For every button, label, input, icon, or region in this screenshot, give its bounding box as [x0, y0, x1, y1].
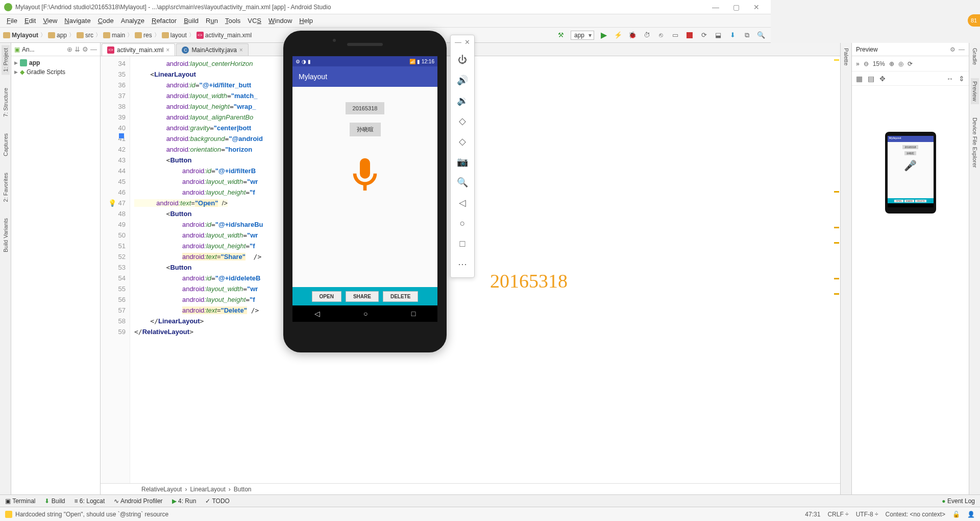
project-view-label[interactable]: An... — [22, 46, 35, 53]
emu-button-1[interactable]: 20165318 — [346, 102, 385, 114]
tab-xml[interactable]: <>activity_main.xml× — [102, 43, 175, 56]
hammer-icon[interactable]: ⚒ — [556, 31, 566, 40]
menu-help[interactable]: Help — [296, 17, 316, 25]
tab-build-variants[interactable]: Build Variants — [2, 215, 10, 255]
bulb-icon[interactable]: 💡 — [108, 199, 116, 207]
volume-down-icon[interactable]: 🔉 — [451, 90, 474, 111]
tab-structure[interactable]: 7: Structure — [2, 85, 10, 120]
menu-view[interactable]: View — [39, 17, 61, 25]
emu-close-icon[interactable]: ✕ — [464, 38, 470, 50]
watermark: 20165318 — [490, 270, 568, 292]
avd-icon[interactable]: ▭ — [671, 31, 680, 40]
profile-icon[interactable]: ⏱ — [642, 31, 651, 40]
menu-file[interactable]: File — [3, 17, 21, 25]
collapse-icon[interactable]: ⇊ — [75, 45, 80, 53]
run-config-dropdown[interactable]: app — [571, 31, 594, 40]
more-icon[interactable]: ⋯ — [451, 254, 474, 274]
overview-icon[interactable]: □ — [451, 233, 474, 254]
search-icon[interactable]: 🔍 — [756, 31, 766, 40]
marker-icon[interactable] — [119, 133, 124, 138]
back-icon[interactable]: ◁ — [451, 193, 474, 213]
project-panel: ▣ An... ⊕ ⇊ ⚙ — ▶app ▶◆Gradle Scripts — [11, 43, 101, 414]
menu-tools[interactable]: Tools — [222, 17, 244, 25]
menu-build[interactable]: Build — [180, 17, 202, 25]
emu-minimize-icon[interactable]: — — [455, 38, 461, 50]
bc-layout[interactable]: layout — [162, 32, 187, 39]
menu-window[interactable]: Window — [265, 17, 296, 25]
dl-icon[interactable]: ⬇ — [728, 31, 737, 40]
maximize-button[interactable]: ▢ — [726, 3, 746, 11]
tab-java[interactable]: CMainActivity.java× — [176, 43, 249, 56]
tree-app[interactable]: ▶app — [14, 58, 97, 67]
menu-run[interactable]: Run — [202, 17, 222, 25]
close-tab-icon[interactable]: × — [239, 46, 243, 54]
tab-captures[interactable]: Captures — [2, 130, 10, 159]
zoom-icon[interactable]: 🔍 — [451, 172, 474, 193]
nav-recent-icon[interactable]: □ — [411, 310, 415, 318]
emu-open[interactable]: OPEN — [312, 291, 341, 302]
tab-project[interactable]: 1: Project — [2, 45, 10, 75]
emu-appbar: Mylayout — [292, 66, 437, 87]
layout-icon[interactable]: ⧉ — [742, 31, 751, 40]
tree-gradle[interactable]: ▶◆Gradle Scripts — [14, 67, 97, 77]
minimize-button[interactable]: — — [705, 3, 726, 11]
rotate-right-icon[interactable]: ◇ — [451, 131, 474, 152]
target-icon[interactable]: ⊕ — [67, 45, 72, 53]
emulator-window[interactable]: ⚙ ◑ ▮📶 ▮ 12:16 Mylayout 20165318 孙晓暄 OPE… — [283, 31, 447, 352]
menu-edit[interactable]: Edit — [21, 17, 39, 25]
emulator-toolbar: —✕ ⏻ 🔊 🔉 ◇ ◇ 📷 🔍 ◁ ○ □ ⋯ — [450, 35, 475, 278]
bc-app[interactable]: app — [48, 32, 67, 39]
emu-button-2[interactable]: 孙晓暄 — [350, 123, 381, 136]
sync-icon[interactable]: ⟳ — [699, 31, 708, 40]
menu-vcs[interactable]: VCS — [244, 17, 265, 25]
menu-navigate[interactable]: Navigate — [61, 17, 94, 25]
bc-main[interactable]: main — [103, 32, 125, 39]
camera-icon[interactable]: 📷 — [451, 152, 474, 172]
rotate-left-icon[interactable]: ◇ — [451, 111, 474, 131]
menu-analyze[interactable]: Analyze — [117, 17, 148, 25]
close-tab-icon[interactable]: × — [166, 46, 169, 54]
bc-project[interactable]: Mylayout — [3, 32, 38, 39]
run-icon[interactable]: ▶ — [599, 31, 608, 40]
bc-res[interactable]: res — [135, 32, 152, 39]
bc-file[interactable]: <>activity_main.xml — [197, 32, 252, 39]
app-logo — [4, 3, 12, 11]
menu-bar: File Edit View Navigate Code Analyze Ref… — [0, 14, 771, 28]
sdk-icon[interactable]: ⬓ — [714, 31, 723, 40]
window-title: Mylayout [F:\Andriod studio\20165318\Myl… — [15, 4, 705, 11]
line-number-gutter: 34353637383940414243444546💡 474849505152… — [101, 56, 130, 414]
menu-refactor[interactable]: Refactor — [148, 17, 180, 25]
volume-up-icon[interactable]: 🔊 — [451, 70, 474, 90]
microphone-icon — [345, 155, 385, 204]
debug-icon[interactable]: 🐞 — [628, 31, 637, 40]
tab-favorites[interactable]: 2: Favorites — [2, 170, 10, 205]
gear-icon[interactable]: ⚙ — [82, 45, 88, 53]
power-icon[interactable]: ⏻ — [451, 50, 474, 70]
emu-share[interactable]: SHARE — [346, 291, 379, 302]
close-button[interactable]: ✕ — [746, 3, 767, 11]
nav-back-icon[interactable]: ◁ — [314, 310, 320, 318]
emu-delete[interactable]: DELETE — [383, 291, 418, 302]
stop-icon[interactable] — [685, 31, 694, 40]
home-icon[interactable]: ○ — [451, 213, 474, 233]
attach-icon[interactable]: ⎋ — [656, 31, 666, 40]
apply-changes-icon[interactable]: ⚡ — [614, 31, 623, 40]
bc-src[interactable]: src — [77, 32, 93, 39]
hide-icon[interactable]: — — [90, 45, 97, 53]
menu-code[interactable]: Code — [94, 17, 117, 25]
nav-home-icon[interactable]: ○ — [363, 310, 368, 318]
